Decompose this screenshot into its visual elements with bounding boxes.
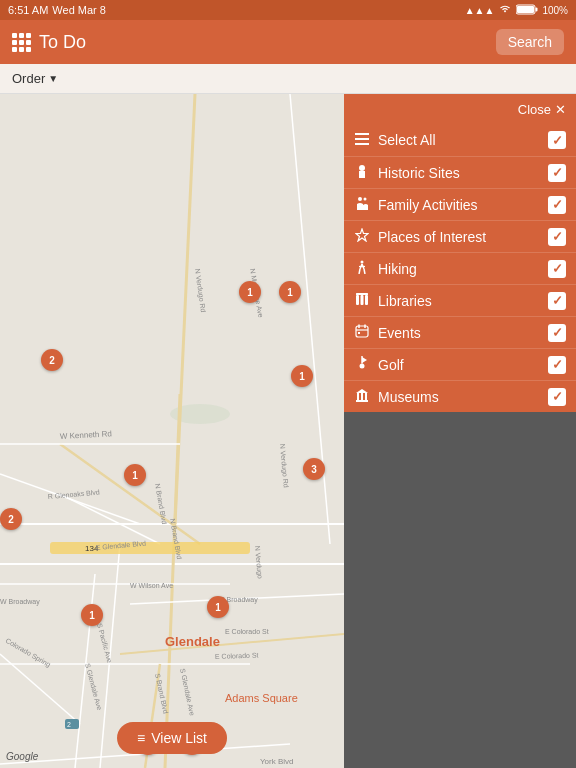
close-bar[interactable]: Close ✕ <box>344 94 576 124</box>
map-pin[interactable]: 3 <box>303 458 325 480</box>
svg-rect-1 <box>536 7 538 11</box>
search-button[interactable]: Search <box>496 29 564 55</box>
main-content: 134 2 W Kenneth Rd R Glenoaks Blvd N Bra… <box>0 94 576 768</box>
svg-marker-72 <box>356 389 368 393</box>
filter-select-all[interactable]: Select All <box>344 124 576 156</box>
golf-checkbox[interactable] <box>548 356 566 374</box>
filter-hiking[interactable]: Hiking <box>344 252 576 284</box>
battery-pct: 100% <box>542 5 568 16</box>
svg-line-57 <box>359 269 360 274</box>
filter-family-activities-label: Family Activities <box>378 197 540 213</box>
events-checkbox[interactable] <box>548 324 566 342</box>
map-area[interactable]: 134 2 W Kenneth Rd R Glenoaks Blvd N Bra… <box>0 94 344 768</box>
map-pin[interactable]: 1 <box>81 604 103 626</box>
close-label: Close <box>518 102 551 117</box>
places-of-interest-checkbox[interactable] <box>548 228 566 246</box>
family-activities-checkbox[interactable] <box>548 196 566 214</box>
google-watermark: Google <box>6 751 38 762</box>
svg-marker-71 <box>362 357 367 363</box>
signal-icon: ▲▲▲ <box>465 5 495 16</box>
libraries-icon <box>354 292 370 309</box>
map-pin[interactable]: 1 <box>239 281 261 303</box>
battery-icon <box>516 4 538 17</box>
museums-checkbox[interactable] <box>548 388 566 406</box>
select-all-checkbox[interactable] <box>548 131 566 149</box>
svg-rect-73 <box>357 393 359 400</box>
order-label[interactable]: Order ▼ <box>12 71 58 86</box>
map-pin[interactable]: 1 <box>291 365 313 387</box>
filter-museums-label: Museums <box>378 389 540 405</box>
filter-list: Select All Historic Sites <box>344 124 576 412</box>
svg-rect-60 <box>356 295 359 305</box>
map-pin[interactable]: 1 <box>124 464 146 486</box>
historic-sites-checkbox[interactable] <box>548 164 566 182</box>
app-title: To Do <box>39 32 86 53</box>
filter-museums[interactable]: Museums <box>344 380 576 412</box>
svg-point-53 <box>364 198 367 201</box>
view-list-label: View List <box>151 730 207 746</box>
events-icon <box>354 324 370 341</box>
filter-historic-sites[interactable]: Historic Sites <box>344 156 576 188</box>
svg-rect-74 <box>361 393 363 400</box>
filter-family-activities[interactable]: Family Activities <box>344 188 576 220</box>
wifi-icon <box>498 4 512 16</box>
svg-point-54 <box>361 261 364 264</box>
filter-select-all-label: Select All <box>378 132 540 148</box>
filter-golf-label: Golf <box>378 357 540 373</box>
filter-libraries[interactable]: Libraries <box>344 284 576 316</box>
filter-places-of-interest[interactable]: Places of Interest <box>344 220 576 252</box>
libraries-checkbox[interactable] <box>548 292 566 310</box>
golf-icon <box>354 356 370 373</box>
app-header: To Do Search <box>0 20 576 64</box>
map-pin[interactable]: 2 <box>41 349 63 371</box>
svg-rect-63 <box>356 293 368 295</box>
hiking-checkbox[interactable] <box>548 260 566 278</box>
svg-rect-51 <box>359 171 365 178</box>
grid-menu-icon[interactable] <box>12 33 31 52</box>
svg-rect-75 <box>365 393 367 400</box>
list-icon: ≡ <box>137 730 145 746</box>
svg-rect-61 <box>361 295 364 305</box>
map-pin[interactable]: 1 <box>207 596 229 618</box>
filter-historic-sites-label: Historic Sites <box>378 165 540 181</box>
svg-rect-2 <box>517 6 534 13</box>
places-of-interest-icon <box>354 228 370 245</box>
svg-rect-62 <box>365 295 368 305</box>
select-all-icon <box>354 132 370 148</box>
svg-point-50 <box>359 165 365 171</box>
close-icon: ✕ <box>555 102 566 117</box>
filter-events-label: Events <box>378 325 540 341</box>
svg-line-58 <box>364 269 365 274</box>
svg-text:2: 2 <box>67 721 71 728</box>
glendale-label: Glendale <box>165 634 220 649</box>
filter-hiking-label: Hiking <box>378 261 540 277</box>
svg-rect-48 <box>355 138 369 140</box>
filter-libraries-label: Libraries <box>378 293 540 309</box>
svg-rect-68 <box>358 332 360 334</box>
svg-rect-23 <box>50 542 250 554</box>
status-bar: 6:51 AM Wed Mar 8 ▲▲▲ 100% <box>0 0 576 20</box>
svg-text:E Colorado St: E Colorado St <box>225 628 269 635</box>
status-time: 6:51 AM <box>8 4 48 16</box>
filter-events[interactable]: Events <box>344 316 576 348</box>
filter-panel: Close ✕ Select All <box>344 94 576 768</box>
svg-rect-49 <box>355 143 369 145</box>
historic-sites-icon <box>354 164 370 181</box>
order-arrow: ▼ <box>48 73 58 84</box>
filter-golf[interactable]: Golf <box>344 348 576 380</box>
museums-icon <box>354 388 370 405</box>
svg-point-69 <box>360 364 365 369</box>
svg-text:W Wilson Ave: W Wilson Ave <box>130 582 173 589</box>
order-bar: Order ▼ <box>0 64 576 94</box>
filter-places-of-interest-label: Places of Interest <box>378 229 540 245</box>
svg-rect-47 <box>355 133 369 135</box>
map-pin[interactable]: 1 <box>279 281 301 303</box>
svg-rect-64 <box>356 326 368 337</box>
view-list-button[interactable]: ≡ View List <box>117 722 227 754</box>
hiking-icon <box>354 260 370 277</box>
map-pin[interactable]: 2 <box>0 508 22 530</box>
svg-rect-3 <box>0 94 344 768</box>
panel-gray-area <box>344 412 576 768</box>
adams-square-label: Adams Square <box>225 692 298 704</box>
svg-text:York Blvd: York Blvd <box>260 757 294 766</box>
